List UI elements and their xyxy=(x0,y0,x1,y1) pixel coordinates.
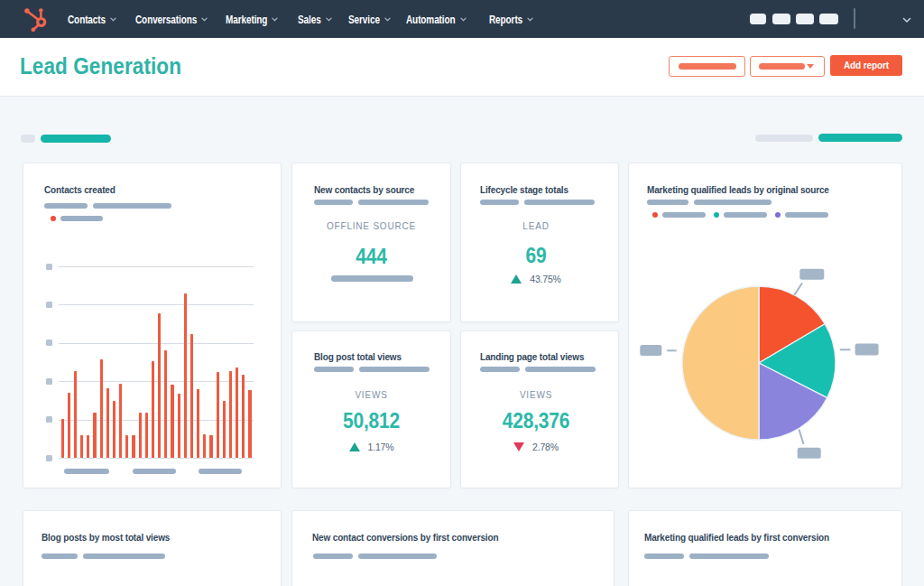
pie-slice[interactable] xyxy=(682,286,759,440)
card-new-contacts-by-source: New contacts by source OFFLINE SOURCE 44… xyxy=(291,163,451,322)
account-chevron-down-icon[interactable] xyxy=(902,17,911,23)
card-subtitle-placeholder xyxy=(644,553,769,559)
kpi-value: 69 xyxy=(457,244,614,268)
card-subtitle-placeholder xyxy=(480,367,596,372)
bar[interactable] xyxy=(145,413,148,458)
kpi-label: VIEWS xyxy=(457,388,614,400)
bar[interactable] xyxy=(152,361,154,458)
card-blog-post-total-views: Blog post total views VIEWS 50,812 1.17% xyxy=(291,330,451,488)
subtitle-bar-placeholder xyxy=(314,200,353,205)
header-action-placeholder-button[interactable] xyxy=(669,56,745,77)
card-title: Landing page total views xyxy=(480,351,584,362)
x-axis-tick-placeholder xyxy=(64,469,109,474)
legend-label-placeholder xyxy=(662,212,706,218)
subtitle-bar-placeholder xyxy=(358,200,429,205)
kpi-value: 428,376 xyxy=(457,409,614,433)
bar[interactable] xyxy=(139,413,142,458)
y-axis-tick-placeholder xyxy=(46,378,52,385)
subtitle-bar-placeholder xyxy=(524,200,595,205)
card-subtitle-placeholder xyxy=(42,553,165,559)
card-landing-page-total-views: Landing page total views VIEWS 428,376 2… xyxy=(460,330,619,488)
bar[interactable] xyxy=(61,419,64,458)
filter-icon-placeholder[interactable] xyxy=(21,135,35,143)
filter-right-gray-placeholder[interactable] xyxy=(755,135,813,142)
add-report-button[interactable]: Add report xyxy=(830,55,902,76)
bar[interactable] xyxy=(93,413,96,458)
legend-item xyxy=(775,212,828,218)
delta-up-icon xyxy=(511,274,522,284)
bar[interactable] xyxy=(217,372,219,458)
gridline xyxy=(59,381,254,382)
subtitle-bar-placeholder xyxy=(93,203,171,209)
subtitle-bar-placeholder xyxy=(480,200,519,205)
bar[interactable] xyxy=(236,367,238,458)
card-lifecycle-stage-totals: Lifecycle stage totals LEAD 69 43.75% xyxy=(460,163,619,322)
legend-item xyxy=(714,212,767,218)
card-title: Marketing qualified leads by original so… xyxy=(647,184,829,195)
bar[interactable] xyxy=(190,334,193,458)
filter-right-teal-placeholder[interactable] xyxy=(818,134,902,142)
subtitle-bar-placeholder xyxy=(83,553,165,559)
callout-label-placeholder xyxy=(799,269,824,280)
subtitle-bar-placeholder xyxy=(358,553,437,559)
callout-label-placeholder xyxy=(798,448,821,459)
bar[interactable] xyxy=(80,435,83,458)
subtitle-bar-placeholder xyxy=(689,553,769,559)
bar[interactable] xyxy=(158,313,161,458)
card-title: Blog post total views xyxy=(314,351,402,362)
legend-dot-icon xyxy=(652,212,658,218)
bar[interactable] xyxy=(74,371,77,458)
delta-up-icon xyxy=(349,442,360,451)
kpi-delta: 1.17% xyxy=(292,442,450,452)
dropdown-label-placeholder xyxy=(759,63,805,70)
y-axis-tick-placeholder xyxy=(46,455,52,461)
chart-legend xyxy=(51,216,103,221)
card-title: New contact conversions by first convers… xyxy=(312,532,498,543)
header-dropdown-placeholder[interactable] xyxy=(750,56,825,77)
bar[interactable] xyxy=(171,385,173,458)
bar[interactable] xyxy=(68,393,70,458)
filter-left-placeholder[interactable] xyxy=(41,135,111,143)
bar[interactable] xyxy=(125,435,128,458)
bar[interactable] xyxy=(164,350,167,458)
legend-label-placeholder xyxy=(60,216,103,221)
bar[interactable] xyxy=(197,389,199,458)
callout-label-placeholder xyxy=(640,345,661,356)
subtitle-bar-placeholder xyxy=(359,367,430,372)
gridline xyxy=(59,266,254,267)
legend-label-placeholder xyxy=(724,212,767,218)
y-axis-tick-placeholder xyxy=(46,340,52,346)
callout-label-placeholder xyxy=(855,344,879,356)
bar[interactable] xyxy=(248,390,251,458)
bar[interactable] xyxy=(242,375,245,458)
nav-tool-icon-2[interactable] xyxy=(772,14,790,24)
nav-tool-icon-3[interactable] xyxy=(796,14,814,24)
legend-item xyxy=(652,212,706,218)
bar[interactable] xyxy=(113,401,116,458)
subtitle-bar-placeholder xyxy=(525,367,596,372)
page-title: Lead Generation xyxy=(20,53,181,80)
bar[interactable] xyxy=(119,384,122,458)
nav-tool-icon-1[interactable] xyxy=(750,14,766,24)
bar[interactable] xyxy=(184,293,187,458)
subtitle-bar-placeholder xyxy=(480,367,520,372)
nav-tool-icon-4[interactable] xyxy=(819,14,838,24)
bar[interactable] xyxy=(132,435,134,458)
y-axis-tick-placeholder xyxy=(46,416,52,423)
bar[interactable] xyxy=(106,388,109,458)
bar[interactable] xyxy=(209,435,212,458)
nav-divider xyxy=(854,8,855,29)
x-axis-tick-placeholder xyxy=(133,469,177,474)
legend-dot-icon xyxy=(775,212,781,218)
card-subtitle-placeholder xyxy=(314,200,429,205)
bar[interactable] xyxy=(100,359,103,458)
bar[interactable] xyxy=(223,401,226,458)
bar[interactable] xyxy=(87,435,89,458)
kpi-delta: 43.75% xyxy=(457,274,614,284)
bar[interactable] xyxy=(203,434,206,458)
bar[interactable] xyxy=(229,371,232,458)
kpi-label: LEAD xyxy=(457,219,614,231)
gridline xyxy=(59,343,254,344)
bar[interactable] xyxy=(178,394,180,458)
card-mql-by-original-source: Marketing qualified leads by original so… xyxy=(628,163,902,488)
